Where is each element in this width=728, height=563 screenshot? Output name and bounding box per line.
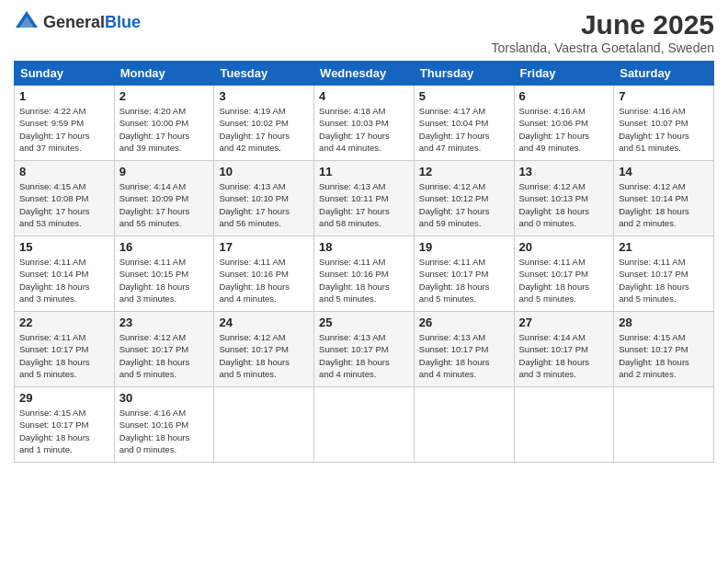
- calendar-day-14: 14Sunrise: 4:12 AMSunset: 10:14 PMDaylig…: [614, 161, 714, 236]
- day-number: 29: [19, 391, 109, 405]
- calendar-day-18: 18Sunrise: 4:11 AMSunset: 10:16 PMDaylig…: [314, 236, 415, 312]
- day-info: Sunrise: 4:19 AMSunset: 10:02 PMDaylight…: [219, 105, 309, 154]
- calendar-day-29: 29Sunrise: 4:15 AMSunset: 10:17 PMDaylig…: [15, 387, 115, 463]
- day-number: 22: [19, 316, 109, 329]
- logo-text: GeneralBlue: [43, 13, 141, 32]
- logo-blue: Blue: [105, 13, 141, 31]
- day-info: Sunrise: 4:12 AMSunset: 10:13 PMDaylight…: [519, 180, 609, 229]
- calendar-day-19: 19Sunrise: 4:11 AMSunset: 10:17 PMDaylig…: [414, 236, 514, 312]
- weekday-saturday: Saturday: [614, 62, 714, 86]
- day-info: Sunrise: 4:12 AMSunset: 10:17 PMDaylight…: [219, 331, 309, 380]
- logo: GeneralBlue: [14, 9, 141, 35]
- calendar-day-17: 17Sunrise: 4:11 AMSunset: 10:16 PMDaylig…: [214, 236, 314, 312]
- day-number: 16: [119, 240, 210, 254]
- calendar-day-11: 11Sunrise: 4:13 AMSunset: 10:11 PMDaylig…: [314, 161, 415, 236]
- day-info: Sunrise: 4:18 AMSunset: 10:03 PMDaylight…: [319, 105, 409, 154]
- day-info: Sunrise: 4:11 AMSunset: 10:15 PMDaylight…: [119, 256, 210, 304]
- day-info: Sunrise: 4:11 AMSunset: 10:16 PMDaylight…: [219, 256, 309, 304]
- day-info: Sunrise: 4:13 AMSunset: 10:17 PMDaylight…: [419, 331, 509, 380]
- day-number: 25: [319, 316, 409, 329]
- day-number: 6: [519, 89, 609, 103]
- empty-cell: [314, 387, 415, 463]
- calendar-week-5: 29Sunrise: 4:15 AMSunset: 10:17 PMDaylig…: [15, 387, 714, 463]
- day-number: 24: [219, 316, 309, 329]
- calendar-day-22: 22Sunrise: 4:11 AMSunset: 10:17 PMDaylig…: [15, 312, 115, 387]
- day-number: 4: [319, 89, 409, 103]
- day-number: 27: [519, 316, 609, 329]
- day-number: 17: [219, 240, 309, 254]
- calendar-week-1: 1Sunrise: 4:22 AMSunset: 9:59 PMDaylight…: [15, 86, 714, 161]
- empty-cell: [514, 387, 614, 463]
- day-info: Sunrise: 4:11 AMSunset: 10:17 PMDaylight…: [419, 256, 509, 304]
- day-number: 11: [319, 165, 409, 178]
- day-number: 9: [119, 165, 210, 178]
- day-info: Sunrise: 4:11 AMSunset: 10:17 PMDaylight…: [619, 256, 709, 304]
- weekday-monday: Monday: [114, 62, 214, 86]
- day-info: Sunrise: 4:16 AMSunset: 10:16 PMDaylight…: [119, 407, 210, 455]
- calendar-day-30: 30Sunrise: 4:16 AMSunset: 10:16 PMDaylig…: [114, 387, 214, 463]
- calendar-day-26: 26Sunrise: 4:13 AMSunset: 10:17 PMDaylig…: [414, 312, 514, 387]
- weekday-sunday: Sunday: [15, 62, 115, 86]
- day-number: 26: [419, 316, 509, 329]
- calendar-day-27: 27Sunrise: 4:14 AMSunset: 10:17 PMDaylig…: [514, 312, 614, 387]
- weekday-wednesday: Wednesday: [314, 62, 415, 86]
- day-number: 18: [319, 240, 409, 254]
- day-info: Sunrise: 4:12 AMSunset: 10:14 PMDaylight…: [619, 180, 709, 229]
- day-info: Sunrise: 4:12 AMSunset: 10:12 PMDaylight…: [419, 180, 509, 229]
- day-info: Sunrise: 4:16 AMSunset: 10:06 PMDaylight…: [519, 105, 609, 154]
- day-info: Sunrise: 4:22 AMSunset: 9:59 PMDaylight:…: [19, 105, 109, 154]
- empty-cell: [614, 387, 714, 463]
- day-number: 13: [519, 165, 609, 178]
- calendar-body: 1Sunrise: 4:22 AMSunset: 9:59 PMDaylight…: [15, 86, 714, 463]
- weekday-thursday: Thursday: [414, 62, 514, 86]
- day-number: 19: [419, 240, 509, 254]
- day-info: Sunrise: 4:13 AMSunset: 10:17 PMDaylight…: [319, 331, 409, 380]
- day-info: Sunrise: 4:15 AMSunset: 10:17 PMDaylight…: [19, 407, 109, 455]
- day-info: Sunrise: 4:17 AMSunset: 10:04 PMDaylight…: [419, 105, 509, 154]
- weekday-tuesday: Tuesday: [214, 62, 314, 86]
- calendar-day-21: 21Sunrise: 4:11 AMSunset: 10:17 PMDaylig…: [614, 236, 714, 312]
- day-number: 14: [619, 165, 709, 178]
- day-info: Sunrise: 4:12 AMSunset: 10:17 PMDaylight…: [119, 331, 210, 380]
- location-subtitle: Torslanda, Vaestra Goetaland, Sweden: [491, 40, 714, 55]
- day-number: 12: [419, 165, 509, 178]
- day-info: Sunrise: 4:13 AMSunset: 10:11 PMDaylight…: [319, 180, 409, 229]
- calendar-day-12: 12Sunrise: 4:12 AMSunset: 10:12 PMDaylig…: [414, 161, 514, 236]
- day-number: 21: [619, 240, 709, 254]
- day-number: 15: [19, 240, 109, 254]
- calendar-day-3: 3Sunrise: 4:19 AMSunset: 10:02 PMDayligh…: [214, 86, 314, 161]
- day-info: Sunrise: 4:14 AMSunset: 10:09 PMDaylight…: [119, 180, 210, 229]
- calendar-week-2: 8Sunrise: 4:15 AMSunset: 10:08 PMDayligh…: [15, 161, 714, 236]
- logo-general: General: [43, 13, 105, 31]
- calendar-header: SundayMondayTuesdayWednesdayThursdayFrid…: [15, 62, 714, 86]
- day-number: 2: [119, 89, 210, 103]
- day-info: Sunrise: 4:11 AMSunset: 10:17 PMDaylight…: [19, 331, 109, 380]
- calendar-day-23: 23Sunrise: 4:12 AMSunset: 10:17 PMDaylig…: [114, 312, 214, 387]
- calendar-day-28: 28Sunrise: 4:15 AMSunset: 10:17 PMDaylig…: [614, 312, 714, 387]
- day-number: 5: [419, 89, 509, 103]
- month-title: June 2025: [491, 9, 714, 40]
- day-info: Sunrise: 4:11 AMSunset: 10:17 PMDaylight…: [519, 256, 609, 304]
- empty-cell: [414, 387, 514, 463]
- day-info: Sunrise: 4:14 AMSunset: 10:17 PMDaylight…: [519, 331, 609, 380]
- calendar-day-2: 2Sunrise: 4:20 AMSunset: 10:00 PMDayligh…: [114, 86, 214, 161]
- calendar-week-3: 15Sunrise: 4:11 AMSunset: 10:14 PMDaylig…: [15, 236, 714, 312]
- calendar-day-9: 9Sunrise: 4:14 AMSunset: 10:09 PMDayligh…: [114, 161, 214, 236]
- title-block: June 2025 Torslanda, Vaestra Goetaland, …: [491, 9, 714, 55]
- day-number: 3: [219, 89, 309, 103]
- calendar-day-8: 8Sunrise: 4:15 AMSunset: 10:08 PMDayligh…: [15, 161, 115, 236]
- day-info: Sunrise: 4:11 AMSunset: 10:16 PMDaylight…: [319, 256, 409, 304]
- calendar-day-6: 6Sunrise: 4:16 AMSunset: 10:06 PMDayligh…: [514, 86, 614, 161]
- page: GeneralBlue June 2025 Torslanda, Vaestra…: [0, 0, 728, 563]
- empty-cell: [214, 387, 314, 463]
- day-number: 28: [619, 316, 709, 329]
- calendar-day-16: 16Sunrise: 4:11 AMSunset: 10:15 PMDaylig…: [114, 236, 214, 312]
- calendar-day-20: 20Sunrise: 4:11 AMSunset: 10:17 PMDaylig…: [514, 236, 614, 312]
- day-info: Sunrise: 4:13 AMSunset: 10:10 PMDaylight…: [219, 180, 309, 229]
- day-number: 23: [119, 316, 210, 329]
- weekday-header-row: SundayMondayTuesdayWednesdayThursdayFrid…: [15, 62, 714, 86]
- weekday-friday: Friday: [514, 62, 614, 86]
- calendar-day-10: 10Sunrise: 4:13 AMSunset: 10:10 PMDaylig…: [214, 161, 314, 236]
- day-info: Sunrise: 4:16 AMSunset: 10:07 PMDaylight…: [619, 105, 709, 154]
- calendar-day-7: 7Sunrise: 4:16 AMSunset: 10:07 PMDayligh…: [614, 86, 714, 161]
